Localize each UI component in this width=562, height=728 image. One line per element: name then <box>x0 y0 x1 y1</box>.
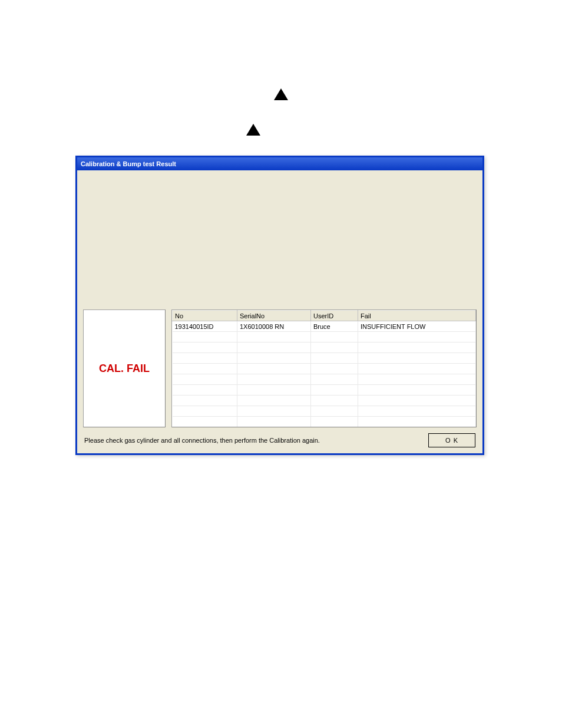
table-row <box>173 364 476 374</box>
cell-serial: 1X6010008 RN <box>237 321 311 332</box>
results-table-container: No SerialNo UserID Fail 193140015ID 1X60… <box>171 309 477 427</box>
instruction-message: Please check gas cylinder and all connec… <box>84 437 320 444</box>
table-row[interactable]: 193140015ID 1X6010008 RN Bruce INSUFFICI… <box>173 321 476 332</box>
status-panel: CAL. FAIL <box>83 309 166 427</box>
cell-user: Bruce <box>311 321 358 332</box>
lower-section: CAL. FAIL No SerialNo <box>77 306 482 453</box>
table-row <box>173 396 476 406</box>
result-dialog: Calibration & Bump test Result CAL. FAIL <box>75 156 484 455</box>
table-row <box>173 332 476 342</box>
table-header-row: No SerialNo UserID Fail <box>173 311 476 321</box>
header-user[interactable]: UserID <box>311 311 358 321</box>
header-serial[interactable]: SerialNo <box>237 311 311 321</box>
titlebar: Calibration & Bump test Result <box>77 157 482 170</box>
decorative-triangle-top <box>274 88 288 100</box>
table-row <box>173 417 476 427</box>
table-row <box>173 385 476 396</box>
header-no[interactable]: No <box>173 311 237 321</box>
footer-row: Please check gas cylinder and all connec… <box>83 433 477 447</box>
table-row <box>173 353 476 364</box>
calibration-fail-label: CAL. FAIL <box>99 363 150 375</box>
ok-button[interactable]: O K <box>428 433 475 447</box>
table-row <box>173 374 476 385</box>
decorative-triangle-bottom <box>246 124 260 136</box>
cell-no: 193140015ID <box>173 321 237 332</box>
results-table: No SerialNo UserID Fail 193140015ID 1X60… <box>172 310 476 427</box>
cell-fail: INSUFFICIENT FLOW <box>358 321 476 332</box>
header-fail[interactable]: Fail <box>358 311 476 321</box>
content-area: CAL. FAIL No SerialNo <box>77 170 482 453</box>
window-title: Calibration & Bump test Result <box>81 160 176 167</box>
table-row <box>173 406 476 417</box>
table-row <box>173 342 476 353</box>
